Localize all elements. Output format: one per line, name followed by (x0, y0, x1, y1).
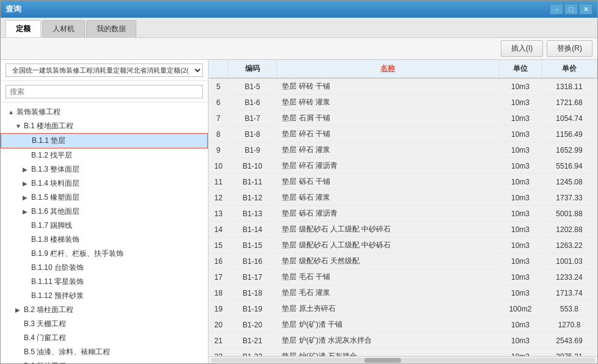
table-row[interactable]: 8 B1-8 垫层 碎石 干铺 10m3 1156.49 (209, 126, 597, 142)
tree-toggle-icon: ▲ (8, 109, 17, 115)
tree-item-B1.5[interactable]: ▶B.1.5 橡塑面层 (1, 191, 208, 205)
cell-price: 1202.88 (542, 222, 597, 238)
tree-toggle-icon: ▶ (15, 307, 24, 313)
tree-item-B1.3[interactable]: ▶B.1.3 整体面层 (1, 162, 208, 177)
tree-item-B1.11[interactable]: B.1.11 零星装饰 (1, 275, 208, 289)
cell-price: 1245.08 (542, 174, 597, 190)
cell-name: 垫层 原土夯碎石 (277, 301, 499, 317)
tree-item-B3[interactable]: B.3 天棚工程 (1, 317, 208, 331)
tree-item-B1.9[interactable]: B.1.9 栏杆、栏板、扶手装饰 (1, 247, 208, 261)
table-row[interactable]: 6 B1-6 垫层 碎砖 灌浆 10m3 1721.68 (209, 95, 597, 111)
dropdown-row: 全国统一建筑装饰装修工程消耗量定额河北省消耗量定额(2( (1, 60, 208, 81)
cell-unit: 10m3 (499, 126, 542, 142)
table-row[interactable]: 19 B1-19 垫层 原土夯碎石 100m2 553.8 (209, 301, 597, 317)
cell-code: B1-12 (228, 190, 277, 206)
tree-item-label: B.1 楼地面工程 (24, 121, 73, 131)
cell-num: 21 (209, 333, 228, 349)
tree-item-B4[interactable]: B.4 门窗工程 (1, 331, 208, 345)
col-num (209, 60, 228, 78)
tab-mydata[interactable]: 我的数据 (86, 20, 136, 37)
cell-name: 垫层 炉(矿)渣 干铺 (277, 317, 499, 333)
table-row[interactable]: 20 B1-20 垫层 炉(矿)渣 干铺 10m3 1270.8 (209, 317, 597, 333)
maximize-button[interactable]: □ (564, 4, 578, 15)
tree-item-label: B.5 油漆、涂料、裱糊工程 (24, 347, 110, 357)
table-body: 5 B1-5 垫层 碎砖 干铺 10m3 1318.11 6 B1-6 垫层 碎… (209, 78, 597, 356)
table-row[interactable]: 9 B1-9 垫层 碎石 灌浆 10m3 1652.99 (209, 142, 597, 158)
cell-num: 22 (209, 349, 228, 357)
tree-item-B5[interactable]: B.5 油漆、涂料、裱糊工程 (1, 345, 208, 359)
table-row[interactable]: 7 B1-7 垫层 石屑 干铺 10m3 1054.74 (209, 111, 597, 126)
tree-item-label: B.1.4 块料面层 (31, 178, 79, 189)
cell-name: 垫层 碎砖 干铺 (277, 78, 499, 95)
table-row[interactable]: 11 B1-11 垫层 砾石 干铺 10m3 1245.08 (209, 174, 597, 190)
tree-item-B1.8[interactable]: B.1.8 楼梯装饰 (1, 233, 208, 247)
scroll-thumb[interactable] (364, 358, 401, 363)
table-row[interactable]: 12 B1-12 垫层 砾石 灌浆 10m3 1737.33 (209, 190, 597, 206)
tree-item-B1.1[interactable]: B.1.1 垫层 (1, 133, 208, 148)
cell-name: 垫层 级配砂石 天然级配 (277, 253, 499, 269)
tree-item-B1.4[interactable]: ▶B.1.4 块料面层 (1, 177, 208, 191)
tree-item-label: B.2 墙柱面工程 (24, 305, 73, 315)
table-row[interactable]: 14 B1-14 垫层 级配砂石 人工级配 中砂碎石 10m3 1202.88 (209, 222, 597, 238)
cell-unit: 10m3 (499, 238, 542, 253)
tree-item-label: B.1.9 栏杆、栏板、扶手装饰 (31, 249, 124, 259)
cell-num: 14 (209, 222, 228, 238)
col-unit: 单位 (499, 60, 542, 78)
left-panel: 全国统一建筑装饰装修工程消耗量定额河北省消耗量定额(2( ▲装饰装修工程▼B.1… (1, 60, 209, 363)
cell-code: B1-13 (228, 206, 277, 222)
cell-name: 垫层 碎石 灌浆 (277, 142, 499, 158)
table-row[interactable]: 21 B1-21 垫层 炉(矿)渣 水泥灰水拌合 10m3 2543.69 (209, 333, 597, 349)
cell-price: 5516.94 (542, 158, 597, 174)
col-price: 单价 (542, 60, 597, 78)
cell-name: 垫层 碎砖 灌浆 (277, 95, 499, 111)
cell-num: 7 (209, 111, 228, 126)
horizontal-scrollbar[interactable] (209, 356, 597, 363)
cell-name: 垫层 石屑 干铺 (277, 111, 499, 126)
table-row[interactable]: 5 B1-5 垫层 碎砖 干铺 10m3 1318.11 (209, 78, 597, 95)
table-row[interactable]: 18 B1-18 垫层 毛石 灌浆 10m3 1713.74 (209, 285, 597, 301)
cell-code: B1-15 (228, 238, 277, 253)
table-row[interactable]: 16 B1-16 垫层 级配砂石 天然级配 10m3 1001.03 (209, 253, 597, 269)
tree-item-B1.7[interactable]: B.1.7 踢脚线 (1, 219, 208, 233)
cell-price: 1652.99 (542, 142, 597, 158)
search-input[interactable] (6, 85, 203, 98)
minimize-button[interactable]: － (550, 4, 563, 15)
table-row[interactable]: 17 B1-17 垫层 毛石 干铺 10m3 1233.24 (209, 269, 597, 285)
table-row[interactable]: 10 B1-10 垫层 碎石 灌沥青 10m3 5516.94 (209, 158, 597, 174)
close-button[interactable]: ✕ (579, 4, 592, 15)
quota-dropdown[interactable]: 全国统一建筑装饰装修工程消耗量定额河北省消耗量定额(2( (6, 64, 203, 77)
cell-num: 17 (209, 269, 228, 285)
col-name: 名称 (277, 60, 499, 78)
cell-code: B1-16 (228, 253, 277, 269)
tree-item-B1.2[interactable]: B.1.2 找平层 (1, 148, 208, 162)
window-title: 查询 (6, 4, 21, 15)
cell-unit: 10m3 (499, 269, 542, 285)
cell-unit: 10m3 (499, 111, 542, 126)
insert-button[interactable]: 插入(I) (501, 40, 543, 57)
table-row[interactable]: 13 B1-13 垫层 砾石 灌沥青 10m3 5001.88 (209, 206, 597, 222)
data-table: 编码 名称 单位 单价 5 B1-5 垫层 碎砖 干铺 10m3 1318.11… (209, 60, 597, 356)
tree-item-B2[interactable]: ▶B.2 墙柱面工程 (1, 303, 208, 317)
tree-item-label: 装饰装修工程 (17, 107, 61, 117)
tree-item-B6[interactable]: B.6 其他工程 (1, 359, 208, 363)
tree-item-B1[interactable]: ▼B.1 楼地面工程 (1, 119, 208, 133)
tree-item-B1.6[interactable]: ▶B.1.6 其他面层 (1, 205, 208, 219)
cell-code: B1-18 (228, 285, 277, 301)
cell-name: 垫层 砾石 灌沥青 (277, 206, 499, 222)
tree-item-root[interactable]: ▲装饰装修工程 (1, 105, 208, 119)
table-container[interactable]: 编码 名称 单位 单价 5 B1-5 垫层 碎砖 干铺 10m3 1318.11… (209, 60, 597, 356)
title-bar: 查询 － □ ✕ (1, 1, 597, 18)
cell-name: 垫层 炉(矿)渣 水泥灰水拌合 (277, 333, 499, 349)
tab-dinge[interactable]: 定额 (6, 20, 41, 37)
cell-code: B1-20 (228, 317, 277, 333)
table-row[interactable]: 22 B1-22 垫层 炉(矿)渣 石灰拌合 10m3 2075.21 (209, 349, 597, 357)
cell-price: 1001.03 (542, 253, 597, 269)
replace-button[interactable]: 替换(R) (547, 40, 592, 57)
cell-num: 15 (209, 238, 228, 253)
tab-rencaiji[interactable]: 人材机 (42, 20, 85, 37)
cell-unit: 10m3 (499, 78, 542, 95)
tree-item-B1.10[interactable]: B.1.10 台阶装饰 (1, 261, 208, 275)
tree-item-B1.12[interactable]: B.1.12 预拌砂浆 (1, 289, 208, 303)
table-row[interactable]: 15 B1-15 垫层 级配砂石 人工级配 中砂砾石 10m3 1263.22 (209, 238, 597, 253)
cell-price: 1318.11 (542, 78, 597, 95)
